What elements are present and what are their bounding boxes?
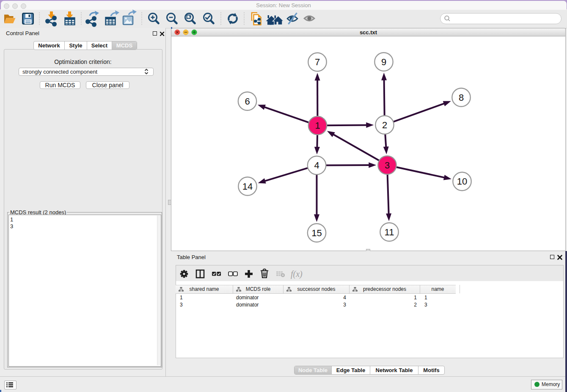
svg-text:11: 11 — [385, 227, 394, 237]
svg-text:9: 9 — [381, 57, 386, 67]
svg-text:8: 8 — [459, 92, 464, 103]
svg-text:3: 3 — [385, 160, 390, 171]
svg-text:4: 4 — [314, 160, 319, 171]
svg-text:14: 14 — [242, 181, 253, 192]
svg-text:2: 2 — [382, 120, 387, 130]
svg-text:10: 10 — [457, 176, 467, 187]
svg-text:6: 6 — [245, 96, 250, 107]
svg-text:1: 1 — [315, 120, 320, 131]
svg-text:15: 15 — [311, 228, 322, 238]
svg-text:7: 7 — [315, 57, 320, 67]
svg-text:f(x): f(x) — [291, 269, 303, 279]
